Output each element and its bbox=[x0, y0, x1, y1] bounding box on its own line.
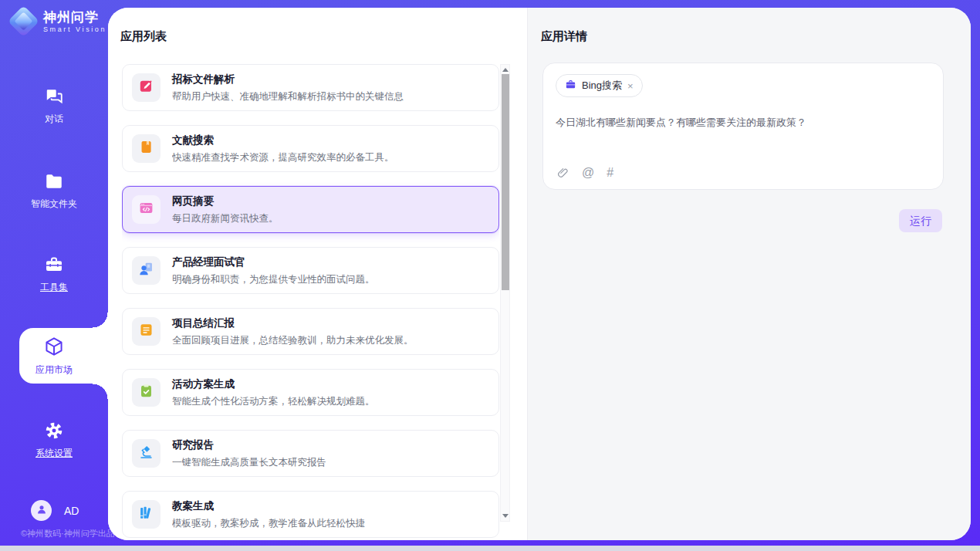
tool-tag-bing-search[interactable]: Bing搜索 × bbox=[556, 74, 643, 97]
brand-subtitle: Smart Vision bbox=[43, 25, 106, 33]
app-card-description: 全面回顾项目进展，总结经验教训，助力未来优化发展。 bbox=[172, 334, 414, 347]
app-icon-tile bbox=[132, 134, 161, 163]
sidebar-item-app-market[interactable]: 应用市场 bbox=[0, 336, 108, 377]
sidebar-item-label: 系统设置 bbox=[0, 447, 108, 460]
app-card-title: 招标文件解析 bbox=[172, 73, 404, 86]
brand-name: 神州问学 bbox=[43, 10, 106, 25]
app-icon-tile bbox=[132, 73, 161, 102]
app-card-description: 快速精准查找学术资源，提高研究效率的必备工具。 bbox=[172, 151, 394, 164]
active-tab-bubble-fillet-top bbox=[93, 313, 108, 328]
book-icon bbox=[138, 139, 154, 158]
content-area: 应用列表 招标文件解析 帮助用户快速、准确地理解和解析招标书中的关键信息 文献搜… bbox=[108, 8, 971, 540]
user-name: AD bbox=[64, 505, 79, 517]
app-icon-tile bbox=[132, 317, 161, 346]
briefcase-icon bbox=[565, 79, 576, 93]
sidebar-item-label: 工具集 bbox=[0, 281, 108, 294]
app-card[interactable]: 教案生成 模板驱动，教案秒成，教学准备从此轻松快捷 bbox=[122, 491, 499, 538]
sidebar-item-smart-folder[interactable]: 智能文件夹 bbox=[0, 171, 108, 211]
app-list-panel: 应用列表 招标文件解析 帮助用户快速、准确地理解和解析招标书中的关键信息 文献搜… bbox=[108, 8, 527, 540]
sidebar-item-toolset[interactable]: 工具集 bbox=[0, 255, 108, 294]
folder-icon bbox=[44, 171, 64, 193]
chat-icon bbox=[44, 86, 64, 108]
notes-icon bbox=[138, 322, 154, 341]
sidebar-item-label: 应用市场 bbox=[0, 363, 108, 377]
app-card-title: 文献搜索 bbox=[172, 134, 394, 147]
edit-document-icon bbox=[138, 78, 154, 97]
sidebar: 神州问学 Smart Vision 对话 智能文件夹 工具集 应用市场 系统设置… bbox=[0, 0, 108, 551]
paperclip-icon[interactable] bbox=[556, 167, 569, 180]
app-card-title: 活动方案生成 bbox=[172, 377, 375, 391]
app-card-title: 项目总结汇报 bbox=[172, 316, 414, 330]
cube-icon bbox=[43, 336, 65, 357]
app-card-description: 明确身份和职责，为您提供专业性的面试问题。 bbox=[172, 273, 375, 286]
user-row[interactable]: AD bbox=[31, 500, 79, 521]
prompt-card: Bing搜索 × 今日湖北有哪些新闻要点？有哪些需要关注的最新政策？ @# bbox=[542, 63, 944, 190]
sidebar-item-system-settings[interactable]: 系统设置 bbox=[0, 421, 108, 460]
window-bottom-strip bbox=[0, 546, 980, 551]
app-card-description: 模板驱动，教案秒成，教学准备从此轻松快捷 bbox=[172, 517, 365, 530]
app-list: 招标文件解析 帮助用户快速、准确地理解和解析招标书中的关键信息 文献搜索 快速精… bbox=[122, 64, 499, 540]
copyright-footer: ©神州数码·神州问学出品 bbox=[21, 528, 115, 539]
app-card-title: 教案生成 bbox=[172, 499, 365, 513]
sidebar-item-label: 对话 bbox=[0, 113, 108, 126]
tool-tag-close-icon[interactable]: × bbox=[627, 81, 634, 91]
app-card-description: 每日政府新闻资讯快查。 bbox=[172, 212, 279, 225]
active-tab-bubble-fillet-bottom bbox=[93, 384, 108, 399]
app-icon-tile bbox=[132, 256, 161, 285]
app-card[interactable]: 网页摘要 每日政府新闻资讯快查。 bbox=[122, 186, 499, 233]
gear-icon bbox=[44, 421, 64, 442]
sidebar-item-chat[interactable]: 对话 bbox=[0, 86, 108, 126]
app-icon-tile bbox=[132, 195, 161, 224]
clipboard-check-icon bbox=[138, 383, 154, 402]
interviewer-icon bbox=[138, 261, 154, 280]
scrollbar-down-arrow[interactable] bbox=[501, 512, 509, 520]
person-icon bbox=[35, 503, 48, 519]
app-card[interactable]: 招标文件解析 帮助用户快速、准确地理解和解析招标书中的关键信息 bbox=[122, 64, 499, 111]
avatar[interactable] bbox=[31, 500, 52, 521]
diamond-logo-icon bbox=[8, 5, 39, 37]
microscope-icon bbox=[138, 444, 154, 463]
brand-logo: 神州问学 Smart Vision bbox=[12, 10, 106, 33]
tool-tag-label: Bing搜索 bbox=[582, 79, 622, 93]
app-card-title: 研究报告 bbox=[172, 438, 326, 452]
app-card-title: 产品经理面试官 bbox=[172, 255, 375, 269]
app-card-description: 帮助用户快速、准确地理解和解析招标书中的关键信息 bbox=[172, 90, 404, 103]
app-card[interactable]: 文献搜索 快速精准查找学术资源，提高研究效率的必备工具。 bbox=[122, 125, 499, 172]
app-card-description: 智能生成个性化活动方案，轻松解决规划难题。 bbox=[172, 395, 375, 408]
app-card-title: 网页摘要 bbox=[172, 194, 279, 208]
app-card[interactable]: 产品经理面试官 明确身份和职责，为您提供专业性的面试问题。 bbox=[122, 247, 499, 294]
scrollbar-up-arrow[interactable] bbox=[501, 66, 509, 74]
app-detail-title: 应用详情 bbox=[541, 29, 587, 44]
input-icon-row: @# bbox=[556, 166, 613, 180]
sidebar-item-label: 智能文件夹 bbox=[0, 198, 108, 211]
webpage-code-icon bbox=[138, 200, 154, 219]
app-card[interactable]: 研究报告 一键智能生成高质量长文本研究报告 bbox=[122, 430, 499, 477]
app-card[interactable]: 项目总结汇报 全面回顾项目进展，总结经验教训，助力未来优化发展。 bbox=[122, 308, 499, 355]
app-icon-tile bbox=[132, 439, 161, 468]
prompt-input[interactable]: 今日湖北有哪些新闻要点？有哪些需要关注的最新政策？ bbox=[556, 116, 931, 130]
app-card-description: 一键智能生成高质量长文本研究报告 bbox=[172, 456, 326, 469]
scrollbar[interactable] bbox=[500, 64, 510, 522]
app-icon-tile bbox=[132, 500, 161, 529]
app-icon-tile bbox=[132, 378, 161, 407]
toolbox-icon bbox=[44, 255, 64, 276]
app-list-title: 应用列表 bbox=[120, 29, 167, 44]
books-icon bbox=[138, 505, 154, 524]
scrollbar-thumb[interactable] bbox=[502, 74, 509, 290]
mention-icon[interactable]: @ bbox=[582, 166, 594, 180]
app-card[interactable]: 活动方案生成 智能生成个性化活动方案，轻松解决规划难题。 bbox=[122, 369, 499, 416]
hash-icon[interactable]: # bbox=[607, 166, 613, 180]
app-detail-panel: 应用详情 Bing搜索 × 今日湖北有哪些新闻要点？有哪些需要关注的最新政策？ … bbox=[527, 8, 971, 540]
run-button[interactable]: 运行 bbox=[899, 209, 942, 232]
